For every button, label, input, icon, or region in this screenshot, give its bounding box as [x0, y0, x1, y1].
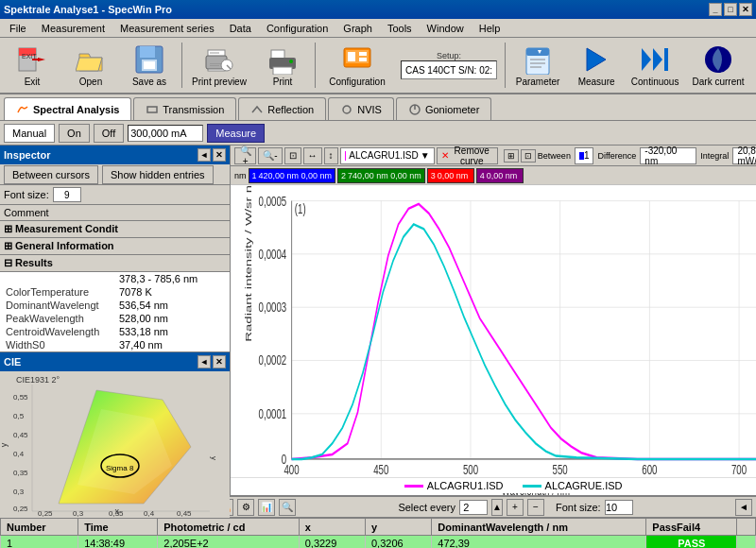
open-icon — [76, 44, 106, 75]
between-cursors-button[interactable]: Between cursors — [4, 165, 98, 184]
minimize-button[interactable]: _ — [709, 3, 722, 16]
menu-configuration[interactable]: Configuration — [259, 19, 335, 37]
series-minus-button[interactable]: − — [527, 499, 544, 516]
config-label: Configuration — [329, 77, 385, 87]
arrow-button[interactable]: ↕ — [324, 147, 338, 164]
svg-text:Sigma 8: Sigma 8 — [106, 464, 134, 472]
inspector-content: Measurement Condit General Information R… — [0, 221, 230, 351]
manual-button[interactable]: Manual — [4, 124, 55, 143]
menu-graph[interactable]: Graph — [335, 19, 380, 37]
tab-goniometer-label: Goniometer — [425, 104, 479, 115]
cie-close-button[interactable]: ✕ — [213, 355, 226, 368]
series-zoom-button[interactable]: 🔍 — [279, 499, 296, 516]
series-table: Number Time Photometric / cd x y Dominan… — [0, 518, 756, 548]
series-pin-button[interactable]: ◄ — [735, 499, 752, 516]
title-bar: Spektrale Analyse1 - SpecWin Pro _ □ ✕ — [0, 0, 756, 19]
exit-button[interactable]: EXIT Exit — [4, 40, 60, 91]
tab-transmission[interactable]: Transmission — [133, 97, 236, 120]
off-button[interactable]: Off — [94, 124, 124, 143]
series-config-button[interactable]: ⚙ — [237, 499, 254, 516]
menu-help[interactable]: Help — [472, 19, 508, 37]
print-button[interactable]: Print — [254, 40, 311, 91]
section-measurement[interactable]: Measurement Condit — [0, 221, 230, 238]
col-extra — [737, 519, 756, 536]
setup-label: Setup: — [437, 51, 461, 60]
svg-text:0,55: 0,55 — [13, 393, 28, 402]
color-tab-1[interactable]: 1 420,00 nm 0,00 nm — [249, 168, 336, 183]
svg-rect-23 — [359, 52, 367, 56]
tab-spectral[interactable]: Spectral Analysis — [4, 97, 131, 120]
maximize-button[interactable]: □ — [724, 3, 737, 16]
col-pass: PassFail4 — [646, 519, 737, 536]
tab-nvis[interactable]: NVIS — [328, 97, 394, 120]
select-every-input[interactable] — [459, 500, 488, 515]
svg-text:Radiant intensity / W/sr nm: Radiant intensity / W/sr nm — [243, 185, 253, 342]
tab-spectral-label: Spectral Analysis — [33, 104, 119, 115]
table-row[interactable]: 114:38:492,205E+20,32290,3206472,39PASS — [1, 536, 756, 549]
section-results[interactable]: Results — [0, 255, 230, 272]
inspector-panel: Inspector ◄ ✕ Between cursors Show hidde… — [0, 146, 231, 351]
graph-area: 🔍+ 🔍- ⊡ ↔ ↕ ALCAGRU1.ISD ▼ ✕ Remove curv… — [231, 146, 756, 495]
menu-window[interactable]: Window — [420, 19, 472, 37]
inspector-pin-button[interactable]: ◄ — [198, 148, 211, 162]
zoom-box-button[interactable]: ⊡ — [284, 147, 301, 164]
select-every-up[interactable]: ▲ — [491, 499, 503, 516]
series-add-button[interactable]: + — [507, 499, 524, 516]
config-button[interactable]: Configuration — [319, 40, 395, 91]
parameter-icon — [523, 44, 553, 75]
menu-measurement[interactable]: Measurement — [34, 19, 112, 37]
section-general[interactable]: General Information — [0, 238, 230, 255]
on-button[interactable]: On — [59, 124, 90, 143]
remove-curve-button[interactable]: ✕ Remove curve — [437, 147, 498, 164]
cie-chart: CIE1931 2° 0,55 0,5 0,45 0,4 0,35 0,3 0,… — [11, 371, 219, 518]
width-s0: WidthS0 37,40 nm — [0, 338, 230, 351]
series-settings-button[interactable]: 📊 — [258, 499, 275, 516]
menu-file[interactable]: File — [2, 19, 34, 37]
menu-tools[interactable]: Tools — [380, 19, 420, 37]
zoom-in-button[interactable]: 🔍+ — [234, 147, 256, 164]
inspector-close-button[interactable]: ✕ — [213, 148, 226, 162]
show-hidden-button[interactable]: Show hidden entries — [102, 165, 214, 184]
measure-button[interactable]: Measure — [568, 40, 625, 91]
spectrum-chart: 0,0005 0,0004 0,0003 0,0002 0,0001 0 400… — [231, 185, 756, 495]
print-preview-icon — [204, 44, 234, 75]
color-tab-4[interactable]: 4 0,00 nm — [476, 168, 524, 183]
tab-goniometer[interactable]: Goniometer — [396, 97, 491, 120]
font-size-input[interactable] — [53, 187, 81, 202]
table-font-size-input[interactable] — [605, 500, 633, 515]
legend-item-2: ALCAGRUE.ISD — [523, 480, 623, 491]
cie-pin-button[interactable]: ◄ — [198, 355, 211, 368]
dark-current-icon — [703, 44, 733, 75]
curve-name: ALCAGRU1.ISD — [349, 150, 418, 161]
legend-color-2 — [523, 485, 541, 488]
diff-icon: ⊡ — [521, 149, 536, 163]
color-tab-2[interactable]: 2 740,00 nm 0,00 nm — [337, 168, 425, 183]
zoom-out-button[interactable]: 🔍- — [258, 147, 282, 164]
menu-measurement-series[interactable]: Measurement series — [112, 19, 222, 37]
save-button[interactable]: Save as — [121, 40, 178, 91]
tab-reflection[interactable]: Reflection — [238, 97, 326, 120]
cursor-info: Between 1 Difference -320,00 nm Integral… — [538, 147, 756, 164]
print-preview-button[interactable]: Print preview — [186, 40, 252, 91]
comment-label: Comment — [0, 205, 230, 221]
open-button[interactable]: Open — [62, 40, 119, 91]
menu-data[interactable]: Data — [222, 19, 259, 37]
svg-text:0,4: 0,4 — [13, 450, 25, 458]
continuous-label: Continuous — [631, 77, 679, 87]
current-input[interactable] — [128, 125, 203, 142]
curve-select[interactable]: ALCAGRU1.ISD ▼ — [340, 147, 435, 164]
dark-current-button[interactable]: Dark current — [685, 40, 751, 91]
table-font-size-label: Font size: — [556, 502, 601, 513]
inspector-header: Inspector ◄ ✕ — [0, 146, 230, 164]
continuous-button[interactable]: Continuous — [627, 40, 683, 91]
sub-measure-button[interactable]: Measure — [207, 124, 265, 143]
close-button[interactable]: ✕ — [739, 3, 752, 16]
exit-label: Exit — [25, 77, 41, 87]
color-temp: ColorTemperature 7078 K — [0, 285, 230, 299]
measure-label: Measure — [578, 77, 615, 87]
goniometer-icon — [408, 103, 421, 116]
config-icon — [342, 44, 372, 75]
pan-button[interactable]: ↔ — [303, 147, 322, 164]
color-tab-3[interactable]: 3 0,00 nm — [427, 168, 474, 183]
parameter-button[interactable]: Parameter — [509, 40, 566, 91]
